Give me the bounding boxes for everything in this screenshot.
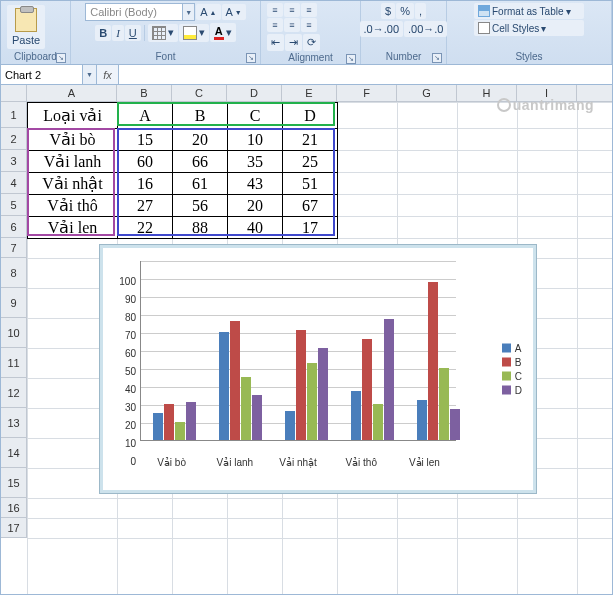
percent-button[interactable]: % bbox=[396, 3, 414, 19]
row-header[interactable]: 1 bbox=[1, 102, 26, 128]
align-top-center[interactable]: ≡ bbox=[284, 3, 300, 17]
table-header-cell[interactable]: C bbox=[228, 103, 283, 129]
table-cell[interactable]: 88 bbox=[173, 217, 228, 239]
row-header[interactable]: 14 bbox=[1, 438, 26, 468]
fx-button[interactable]: fx bbox=[97, 65, 119, 84]
align-top-left[interactable]: ≡ bbox=[267, 3, 283, 17]
table-cell[interactable]: 40 bbox=[228, 217, 283, 239]
table-cell[interactable]: 66 bbox=[173, 151, 228, 173]
cell-styles-button[interactable]: Cell Styles ▾ bbox=[474, 20, 584, 36]
row-header[interactable]: 5 bbox=[1, 194, 26, 216]
table-cell[interactable]: 21 bbox=[283, 129, 338, 151]
borders-button[interactable]: ▾ bbox=[148, 24, 178, 42]
col-header[interactable]: I bbox=[517, 85, 577, 101]
table-header-cell[interactable]: D bbox=[283, 103, 338, 129]
row-header[interactable]: 10 bbox=[1, 318, 26, 348]
align-mid-right[interactable]: ≡ bbox=[301, 18, 317, 32]
ribbon-group-font: Calibri (Body)▼ A▲ A▼ B I U ▾ ▾ A▾ Font↘ bbox=[71, 1, 261, 64]
cell-grid[interactable]: Loại vảiABCDVải bò15201021Vải lanh606635… bbox=[27, 102, 612, 594]
table-cell[interactable]: 17 bbox=[283, 217, 338, 239]
table-cell[interactable]: Vải len bbox=[28, 217, 118, 239]
underline-button[interactable]: U bbox=[125, 25, 141, 41]
table-cell[interactable]: 10 bbox=[228, 129, 283, 151]
fill-color-button[interactable]: ▾ bbox=[179, 24, 209, 42]
table-cell[interactable]: 22 bbox=[118, 217, 173, 239]
row-header[interactable]: 3 bbox=[1, 150, 26, 172]
clipboard-launcher[interactable]: ↘ bbox=[56, 53, 66, 63]
row-header[interactable]: 2 bbox=[1, 128, 26, 150]
table-cell[interactable]: 25 bbox=[283, 151, 338, 173]
decrease-indent[interactable]: ⇤ bbox=[267, 34, 284, 51]
formula-input[interactable] bbox=[119, 65, 612, 84]
col-header[interactable]: F bbox=[337, 85, 397, 101]
align-mid-left[interactable]: ≡ bbox=[267, 18, 283, 32]
table-cell[interactable]: 56 bbox=[173, 195, 228, 217]
table-cell[interactable]: 67 bbox=[283, 195, 338, 217]
format-as-table-button[interactable]: Format as Table ▾ bbox=[474, 3, 584, 19]
row-header[interactable]: 7 bbox=[1, 238, 26, 258]
table-cell[interactable]: Vải thô bbox=[28, 195, 118, 217]
table-cell[interactable]: Vải bò bbox=[28, 129, 118, 151]
row-header[interactable]: 15 bbox=[1, 468, 26, 498]
shrink-font-button[interactable]: A▼ bbox=[222, 4, 246, 20]
row-header[interactable]: 8 bbox=[1, 258, 26, 288]
paste-button[interactable]: Paste bbox=[7, 5, 45, 49]
table-cell[interactable]: 16 bbox=[118, 173, 173, 195]
table-cell[interactable]: 20 bbox=[173, 129, 228, 151]
table-cell[interactable]: 20 bbox=[228, 195, 283, 217]
row-headers[interactable]: 1234567891011121314151617 bbox=[1, 102, 27, 538]
bar bbox=[296, 330, 306, 440]
col-header[interactable]: E bbox=[282, 85, 337, 101]
col-header[interactable]: A bbox=[27, 85, 117, 101]
currency-button[interactable]: $ bbox=[381, 3, 395, 19]
align-top-right[interactable]: ≡ bbox=[301, 3, 317, 17]
worksheet[interactable]: ABCDEFGHI 1234567891011121314151617 Loại… bbox=[1, 85, 612, 594]
table-cell[interactable]: 51 bbox=[283, 173, 338, 195]
bold-button[interactable]: B bbox=[95, 25, 111, 41]
alignment-launcher[interactable]: ↘ bbox=[346, 54, 356, 64]
number-launcher[interactable]: ↘ bbox=[432, 53, 442, 63]
table-cell[interactable]: 27 bbox=[118, 195, 173, 217]
grow-font-button[interactable]: A▲ bbox=[196, 4, 220, 20]
table-header-cell[interactable]: A bbox=[118, 103, 173, 129]
font-name-combo[interactable]: Calibri (Body)▼ bbox=[85, 3, 195, 21]
y-tick-label: 30 bbox=[125, 402, 136, 413]
increase-indent[interactable]: ⇥ bbox=[285, 34, 302, 51]
row-header[interactable]: 6 bbox=[1, 216, 26, 238]
col-header[interactable]: D bbox=[227, 85, 282, 101]
col-header[interactable]: C bbox=[172, 85, 227, 101]
column-headers[interactable]: ABCDEFGHI bbox=[27, 85, 612, 102]
embedded-chart[interactable]: 0102030405060708090100 Vải bòVải lanhVải… bbox=[99, 244, 537, 494]
table-header-cell[interactable]: B bbox=[173, 103, 228, 129]
col-header[interactable]: G bbox=[397, 85, 457, 101]
orientation-button[interactable]: ⟳ bbox=[303, 34, 320, 51]
align-mid-center[interactable]: ≡ bbox=[284, 18, 300, 32]
group-label-alignment: Alignment bbox=[288, 52, 332, 63]
italic-button[interactable]: I bbox=[112, 25, 124, 41]
row-header[interactable]: 16 bbox=[1, 498, 26, 518]
col-header[interactable]: H bbox=[457, 85, 517, 101]
table-cell[interactable]: 61 bbox=[173, 173, 228, 195]
table-cell[interactable]: 15 bbox=[118, 129, 173, 151]
select-all-corner[interactable] bbox=[1, 85, 27, 102]
table-cell[interactable]: 35 bbox=[228, 151, 283, 173]
col-header[interactable]: B bbox=[117, 85, 172, 101]
row-header[interactable]: 11 bbox=[1, 348, 26, 378]
table-header-cell[interactable]: Loại vải bbox=[28, 103, 118, 129]
table-cell[interactable]: Vải lanh bbox=[28, 151, 118, 173]
increase-decimal[interactable]: .0→.00 bbox=[360, 21, 403, 37]
row-header[interactable]: 12 bbox=[1, 378, 26, 408]
font-launcher[interactable]: ↘ bbox=[246, 53, 256, 63]
font-color-button[interactable]: A▾ bbox=[210, 23, 236, 42]
legend-label: A bbox=[515, 343, 522, 354]
name-box[interactable]: Chart 2 ▼ bbox=[1, 65, 97, 84]
table-cell[interactable]: Vải nhật bbox=[28, 173, 118, 195]
table-cell[interactable]: 60 bbox=[118, 151, 173, 173]
comma-button[interactable]: , bbox=[415, 3, 426, 19]
decrease-decimal[interactable]: .00→.0 bbox=[404, 21, 447, 37]
row-header[interactable]: 17 bbox=[1, 518, 26, 538]
row-header[interactable]: 9 bbox=[1, 288, 26, 318]
row-header[interactable]: 4 bbox=[1, 172, 26, 194]
row-header[interactable]: 13 bbox=[1, 408, 26, 438]
table-cell[interactable]: 43 bbox=[228, 173, 283, 195]
